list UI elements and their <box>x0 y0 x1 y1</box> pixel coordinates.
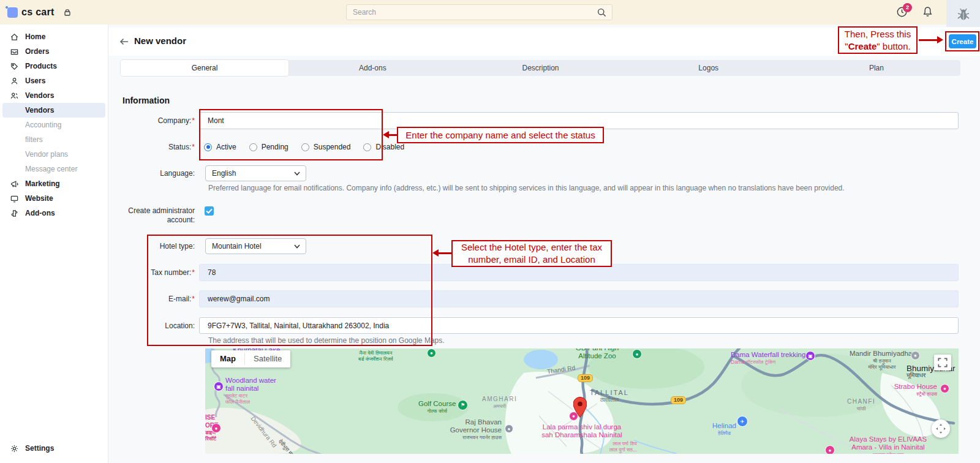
hotel-type-select[interactable]: Mountain Hotel <box>205 238 306 254</box>
monitor-icon <box>10 194 19 203</box>
route-badge-109: 109 <box>671 396 686 404</box>
sidebar-item-products[interactable]: Products <box>0 59 108 73</box>
cscart-logo-icon[interactable] <box>7 7 18 18</box>
google-map[interactable]: Khurpatal Lake नैना देवी हिमालयनबर्ड कंज… <box>205 348 959 454</box>
route-badge-109: 109 <box>578 374 593 382</box>
orders-icon <box>10 47 19 56</box>
sidebar-item-marketing[interactable]: Marketing <box>0 176 108 191</box>
bug-icon[interactable] <box>956 6 971 22</box>
map-type-control: Map Satellite <box>211 350 290 367</box>
sidebar-item-vendors[interactable]: Vendors <box>0 88 108 103</box>
tab-general[interactable]: General <box>121 60 288 76</box>
puzzle-icon <box>10 209 19 218</box>
sidebar-item-orders[interactable]: Orders <box>0 44 108 59</box>
debug-corner <box>946 0 980 27</box>
radio-circle <box>249 143 257 151</box>
language-hint: Preferred language for email notificatio… <box>208 184 949 192</box>
fullscreen-icon[interactable] <box>934 355 951 371</box>
radio-circle <box>363 143 371 151</box>
trekking-poi-icon: ▣ <box>805 351 815 361</box>
email-label: E-mail:* <box>116 295 195 303</box>
tax-number-label: Tax number:* <box>116 268 195 277</box>
sidebar-subitem-filters[interactable]: filters <box>0 132 108 147</box>
user-icon <box>10 77 19 86</box>
chevron-down-icon <box>294 171 300 176</box>
sidebar-subitem-message-center[interactable]: Message center <box>0 162 108 176</box>
radio-pending[interactable]: Pending <box>249 143 288 151</box>
radio-suspended[interactable]: Suspended <box>301 143 351 151</box>
sidebar-item-settings[interactable]: Settings <box>0 441 108 456</box>
hotel-type-label: Hotel type: <box>116 242 195 250</box>
email-input[interactable] <box>199 290 959 307</box>
vendor-tabs: General Add-ons Description Logos Plan <box>121 60 960 76</box>
tab-addons[interactable]: Add-ons <box>288 60 456 76</box>
sidebar-subitem-vendors[interactable]: Vendors <box>2 103 105 118</box>
tab-logos[interactable]: Logos <box>625 60 793 76</box>
search-input[interactable] <box>353 5 592 20</box>
radio-active[interactable]: Active <box>204 143 236 151</box>
sidebar-item-website[interactable]: Website <box>0 191 108 206</box>
language-label: Language: <box>116 169 195 178</box>
map-button[interactable]: Map <box>211 350 244 367</box>
radio-disabled[interactable]: Disabled <box>363 143 404 151</box>
page-title: New vendor <box>134 36 186 46</box>
map-label-naina-devi: नैना देवी हिमालयनबर्ड कंजर्वेशन रिज़र्व <box>358 350 393 362</box>
reserve-poi-icon: ● <box>427 348 436 358</box>
map-label-zoo: GB Pant HighAltitude Zoo <box>564 348 631 360</box>
create-admin-label: Create administratoraccount: <box>116 206 195 225</box>
status-label: Status:* <box>116 143 195 151</box>
megaphone-icon <box>10 179 19 189</box>
information-heading: Information <box>123 96 170 105</box>
sidebar-item-home[interactable]: Home <box>0 29 108 44</box>
strabo-poi-icon: ● <box>940 384 949 393</box>
zoo-poi-icon: ● <box>632 349 642 359</box>
tab-plan[interactable]: Plan <box>793 60 960 76</box>
location-label: Location: <box>116 322 195 330</box>
map-label-amghari: AMGHARIअमघरी <box>482 395 517 409</box>
sidebar: Home Orders Products Users Vendors Vendo… <box>0 24 108 463</box>
company-label: Company:* <box>116 116 195 125</box>
location-marker-pin[interactable] <box>573 397 587 420</box>
sidebar-subitem-accounting[interactable]: Accounting <box>0 118 108 132</box>
create-admin-checkbox[interactable] <box>205 206 214 216</box>
alaya-poi-icon: ● <box>825 445 835 454</box>
bell-icon[interactable] <box>921 6 934 21</box>
chevron-down-icon <box>294 244 300 249</box>
annotation-hotel: Select the Hotel type, enter the taxnumb… <box>451 240 612 267</box>
sidebar-item-addons[interactable]: Add-ons <box>0 206 108 220</box>
map-label-woodland: Woodland waterfall nainital तुहलेट वाटर … <box>225 377 276 405</box>
temple-poi-icon: ● <box>911 351 920 360</box>
location-input[interactable] <box>199 317 959 334</box>
sidebar-item-users[interactable]: Users <box>0 73 108 88</box>
map-label-alaya: Alaya Stays by ELIVAASAmara - Villa in N… <box>836 435 940 454</box>
search-icon[interactable] <box>597 7 607 20</box>
satellite-button[interactable]: Satellite <box>245 350 290 367</box>
map-label-tallital: TALLITALतल्लीताल <box>590 389 629 403</box>
lock-icon[interactable] <box>62 7 72 20</box>
waterfall-poi-icon: ▣ <box>214 382 224 391</box>
radio-circle <box>204 143 212 151</box>
map-label-helinad: Helinadहेलिपैड <box>712 422 736 436</box>
map-label-lala-dharamshala: Lala parma shiv lal durgasah Dharamshala… <box>524 423 640 439</box>
map-label-raj-bhavan: Raj BhavanGovernor House राजभवन गवर्नर ह… <box>439 418 502 440</box>
radio-circle <box>301 143 309 151</box>
check-icon <box>205 206 214 216</box>
arrow-right-icon <box>937 36 943 43</box>
governor-house-poi-icon: ● <box>505 424 513 433</box>
annotation-company: Enter the company name and select the st… <box>397 127 604 143</box>
gear-icon <box>10 444 19 453</box>
tab-description[interactable]: Description <box>456 60 624 76</box>
golf-poi-icon: ⚑ <box>458 400 468 410</box>
tag-icon <box>10 62 19 71</box>
pan-control-icon[interactable] <box>932 420 950 438</box>
map-label-golf: Golf Courseगोल्फ कोर्स <box>418 400 456 414</box>
map-label-strabo: Strabo Houseस्ट्रैबो हाउस <box>870 383 937 397</box>
sidebar-subitem-vendor-plans[interactable]: Vendor plans <box>0 147 108 162</box>
resort-poi-icon: ● <box>211 423 221 433</box>
language-select[interactable]: English <box>205 165 306 181</box>
create-button[interactable]: Create <box>949 34 976 48</box>
back-arrow-icon[interactable] <box>118 36 130 50</box>
home-icon <box>10 32 19 42</box>
vendors-icon <box>10 91 19 100</box>
logo-text: cs cart <box>21 7 55 18</box>
